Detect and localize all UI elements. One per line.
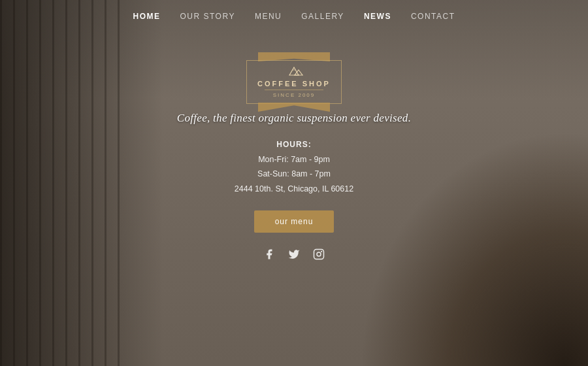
twitter-icon[interactable]	[287, 247, 301, 261]
badge-title: COFFEE SHOP	[257, 80, 331, 88]
svg-point-5	[321, 251, 322, 252]
mountain-icon	[284, 66, 304, 78]
nav-contact[interactable]: CONTACT	[411, 12, 455, 21]
hours-section: HOURS: Mon-Fri: 7am - 9pm Sat-Sun: 8am -…	[235, 138, 353, 196]
svg-rect-3	[314, 250, 324, 259]
hours-weekend: Sat-Sun: 8am - 7pm	[235, 167, 353, 182]
nav-our-story[interactable]: OUR STORY	[180, 12, 235, 21]
badge-inner: COFFEE SHOP SINCE 2009	[246, 60, 342, 104]
main-content: COFFEE SHOP SINCE 2009 Coffee, the fines…	[0, 0, 588, 366]
menu-button[interactable]: our menu	[254, 210, 335, 233]
address: 2444 10th. St, Chicago, IL 60612	[235, 182, 353, 197]
tagline: Coffee, the finest organic suspension ev…	[177, 112, 411, 125]
hours-weekday: Mon-Fri: 7am - 9pm	[235, 152, 353, 167]
main-nav: HOME OUR STORY MENU GALLERY NEWS CONTACT	[0, 0, 588, 33]
instagram-icon[interactable]	[312, 247, 326, 261]
nav-gallery[interactable]: GALLERY	[301, 12, 344, 21]
ribbon-bottom	[258, 103, 330, 112]
nav-news[interactable]: NEWS	[364, 12, 391, 21]
nav-home[interactable]: HOME	[133, 12, 160, 21]
badge-divider	[265, 90, 323, 90]
social-icons	[262, 247, 326, 261]
badge-since: SINCE 2009	[273, 92, 315, 98]
nav-menu[interactable]: MENU	[255, 12, 282, 21]
logo-badge: COFFEE SHOP SINCE 2009	[246, 52, 342, 112]
svg-point-4	[317, 252, 321, 256]
facebook-icon[interactable]	[262, 247, 276, 261]
hours-label: HOURS:	[235, 138, 353, 152]
